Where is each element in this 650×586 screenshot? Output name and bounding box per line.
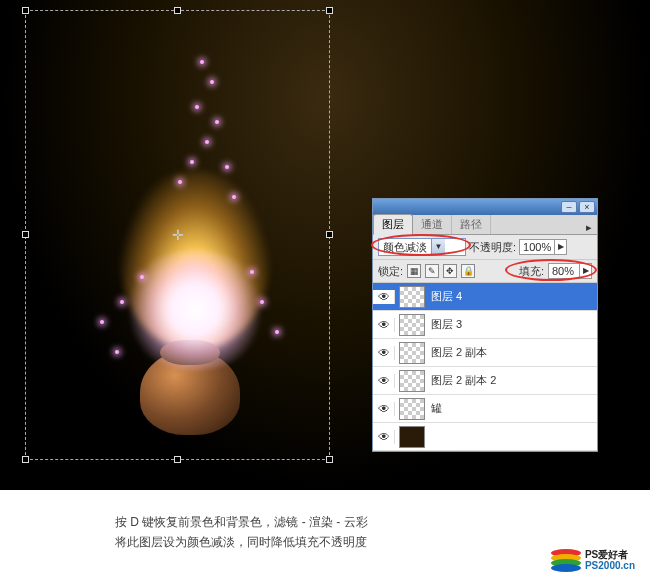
panel-menu-icon[interactable]: ▸ [581,221,597,234]
layer-list: 👁 图层 4 👁 图层 3 👁 图层 2 副本 👁 图层 2 副本 2 👁 罐 … [373,283,597,451]
logo-swirl-icon [551,549,581,571]
caption-line: 将此图层设为颜色减淡，同时降低填充不透明度 [115,534,367,551]
layer-name[interactable]: 罐 [429,401,442,416]
opacity-field[interactable]: 100% ▶ [519,239,567,255]
layer-row[interactable]: 👁 图层 4 [373,283,597,311]
tab-layers[interactable]: 图层 [373,214,413,235]
chevron-right-icon: ▶ [579,264,591,278]
lock-pixels-icon[interactable]: ✎ [425,264,439,278]
fill-label: 填充: [519,264,544,279]
logo-text-2: PS2000.cn [585,560,635,571]
layer-row[interactable]: 👁 图层 3 [373,311,597,339]
layer-thumbnail[interactable] [399,342,425,364]
lock-label: 锁定: [378,264,403,279]
visibility-toggle[interactable]: 👁 [373,318,395,332]
layer-thumbnail[interactable] [399,286,425,308]
layer-thumbnail[interactable] [399,426,425,448]
layer-thumbnail[interactable] [399,314,425,336]
transform-handle[interactable] [326,231,333,238]
transform-handle[interactable] [326,456,333,463]
chevron-down-icon: ▼ [431,239,445,255]
layer-name[interactable]: 图层 3 [429,317,462,332]
minimize-button[interactable]: – [561,201,577,213]
opacity-label: 不透明度: [469,240,516,255]
blend-mode-dropdown[interactable]: 颜色减淡 ▼ [378,238,466,256]
layer-thumbnail[interactable] [399,398,425,420]
lock-position-icon[interactable]: ✥ [443,264,457,278]
panel-tabs: 图层 通道 路径 ▸ [373,215,597,235]
chevron-right-icon: ▶ [554,240,566,254]
transform-handle[interactable] [174,7,181,14]
visibility-toggle[interactable]: 👁 [373,290,395,304]
layer-row[interactable]: 👁 图层 2 副本 2 [373,367,597,395]
tab-paths[interactable]: 路径 [452,215,491,234]
transform-handle[interactable] [174,456,181,463]
visibility-toggle[interactable]: 👁 [373,430,395,444]
transform-handle[interactable] [22,456,29,463]
panel-titlebar[interactable]: – × [373,199,597,215]
logo-text-1: PS爱好者 [585,549,635,560]
watermark-logo: PS爱好者 PS2000.cn [551,549,635,571]
layer-thumbnail[interactable] [399,370,425,392]
tab-channels[interactable]: 通道 [413,215,452,234]
layer-row[interactable]: 👁 罐 [373,395,597,423]
caption-line: 按 D 键恢复前景色和背景色，滤镜 - 渲染 - 云彩 [115,514,368,531]
transform-handle[interactable] [22,231,29,238]
lock-all-icon[interactable]: 🔒 [461,264,475,278]
blend-mode-value: 颜色减淡 [379,240,431,255]
visibility-toggle[interactable]: 👁 [373,346,395,360]
visibility-toggle[interactable]: 👁 [373,374,395,388]
transform-handle[interactable] [22,7,29,14]
layers-panel: – × 图层 通道 路径 ▸ 颜色减淡 ▼ 不透明度: 100% ▶ 锁定: ▦… [372,198,598,452]
transform-center-icon[interactable]: ✛ [171,228,185,242]
layer-row[interactable]: 👁 图层 2 副本 [373,339,597,367]
layer-name[interactable]: 图层 2 副本 [429,345,487,360]
fill-field[interactable]: 80% ▶ [548,263,592,279]
layer-name[interactable]: 图层 4 [429,289,462,304]
layer-name[interactable]: 图层 2 副本 2 [429,373,496,388]
lock-transparency-icon[interactable]: ▦ [407,264,421,278]
close-button[interactable]: × [579,201,595,213]
transform-handle[interactable] [326,7,333,14]
layer-row[interactable]: 👁 [373,423,597,451]
transform-bounding-box[interactable]: ✛ [25,10,330,460]
visibility-toggle[interactable]: 👁 [373,402,395,416]
